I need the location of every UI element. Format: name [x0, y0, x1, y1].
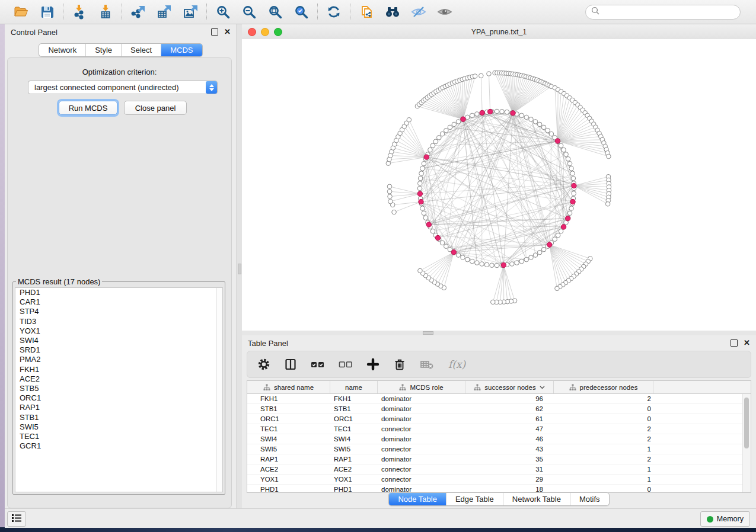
zoom-in-icon[interactable]	[215, 4, 231, 20]
search-input[interactable]	[603, 7, 735, 17]
panel-menu-button[interactable]	[7, 511, 26, 527]
result-list-item[interactable]: SWI5	[15, 422, 222, 432]
result-list-item[interactable]: CAR1	[15, 297, 222, 307]
export-table-icon[interactable]	[156, 4, 173, 20]
export-image-icon[interactable]	[182, 4, 199, 20]
gear-icon[interactable]	[257, 357, 271, 371]
float-table-panel-icon[interactable]	[731, 339, 738, 347]
search-box[interactable]	[585, 5, 741, 20]
tab-mcds[interactable]: MCDS	[161, 44, 202, 56]
memory-status-dot	[707, 516, 713, 523]
optimization-criterion-dropdown[interactable]: largest connected component (undirected)	[28, 81, 218, 94]
tab-select[interactable]: Select	[121, 44, 161, 56]
result-list-item[interactable]: GCR1	[15, 441, 222, 451]
import-network-icon[interactable]	[71, 4, 88, 20]
column-header-successor-nodes[interactable]: successor nodes	[465, 381, 554, 393]
cell-shared-name: SWI5	[247, 444, 330, 454]
select-all-icon[interactable]	[310, 357, 326, 371]
result-list-item[interactable]: PHD1	[15, 288, 222, 297]
cell-successor-nodes: 61	[465, 414, 554, 424]
add-icon[interactable]	[366, 357, 380, 371]
export-network-icon[interactable]	[130, 4, 146, 20]
column-header-MCDS-role[interactable]: MCDS role	[378, 381, 465, 393]
table-row[interactable]: ORC1ORC1dominator610	[247, 414, 751, 424]
zoom-out-icon[interactable]	[241, 4, 257, 20]
deselect-all-icon[interactable]	[338, 357, 353, 371]
table-row[interactable]: RAP1RAP1dominator352	[247, 454, 751, 464]
float-panel-icon[interactable]	[211, 28, 218, 36]
open-folder-icon[interactable]	[12, 4, 29, 20]
cell-predecessor-nodes: 1	[554, 444, 653, 454]
table-scrollbar-thumb[interactable]	[744, 398, 749, 448]
cell-predecessor-nodes: 2	[554, 454, 653, 464]
table-header-row: shared namenameMCDS rolesuccessor nodesp…	[247, 381, 751, 394]
column-header-predecessor-nodes[interactable]: predecessor nodes	[554, 381, 653, 393]
horizontal-splitter-handle[interactable]	[423, 331, 433, 335]
table-row[interactable]: SWI5SWI5connector431	[247, 444, 751, 454]
save-icon[interactable]	[39, 4, 55, 20]
result-list-item[interactable]: SRD1	[15, 345, 222, 355]
cell-predecessor-nodes: 2	[554, 394, 653, 403]
column-header-name[interactable]: name	[330, 381, 378, 393]
result-list-item[interactable]: FKH1	[15, 365, 222, 374]
network-canvas[interactable]	[242, 39, 756, 331]
cell-shared-name: TEC1	[247, 424, 330, 434]
result-list-scrollbar[interactable]	[216, 288, 222, 492]
cell-shared-name: YOX1	[247, 475, 330, 484]
node-table: shared namenameMCDS rolesuccessor nodesp…	[247, 380, 751, 493]
result-list-item[interactable]: ACE2	[15, 374, 222, 384]
run-mcds-button[interactable]: Run MCDS	[59, 101, 117, 115]
table-tab-node-table[interactable]: Node Table	[389, 493, 446, 505]
close-panel-icon[interactable]: ✕	[224, 29, 231, 35]
import-table-icon[interactable]	[97, 4, 114, 20]
table-scrollbar[interactable]	[742, 394, 751, 492]
cell-MCDS-role: connector	[378, 475, 465, 484]
mcds-result-list[interactable]: PHD1CAR1STP4TID3YOX1SWI4SRD1PMA2FKH1ACE2…	[15, 287, 223, 492]
table-tab-motifs[interactable]: Motifs	[570, 493, 609, 505]
column-header-shared-name[interactable]: shared name	[247, 381, 330, 393]
dropdown-selected-value: largest connected component (undirected)	[34, 83, 179, 92]
zoom-fit-icon[interactable]	[267, 4, 283, 20]
list-icon	[11, 513, 22, 525]
tab-style[interactable]: Style	[85, 44, 121, 56]
table-row[interactable]: ACE2ACE2connector311	[247, 464, 751, 475]
result-list-item[interactable]: STP4	[15, 307, 222, 316]
eye-slash-icon[interactable]	[410, 4, 427, 20]
table-row[interactable]: YOX1YOX1connector291	[247, 475, 751, 485]
cell-name: ORC1	[330, 414, 378, 424]
delete-icon[interactable]	[393, 357, 407, 371]
zoom-selected-icon[interactable]	[293, 4, 310, 20]
table-row[interactable]: TEC1TEC1connector472	[247, 424, 751, 434]
dropdown-stepper-icon	[206, 81, 217, 94]
close-panel-button[interactable]: Close panel	[124, 101, 187, 115]
result-list-item[interactable]: YOX1	[15, 326, 222, 336]
columns-icon[interactable]	[283, 357, 298, 371]
result-list-item[interactable]: PMA2	[15, 355, 222, 364]
table-row[interactable]: FKH1FKH1dominator962	[247, 394, 751, 404]
result-list-item[interactable]: STB1	[15, 413, 222, 422]
tab-network[interactable]: Network	[39, 44, 85, 56]
cell-successor-nodes: 18	[465, 485, 554, 493]
result-list-item[interactable]: TEC1	[15, 432, 222, 441]
eye-icon[interactable]	[436, 4, 453, 20]
table-toolbar: f(x)	[247, 351, 751, 378]
result-list-item[interactable]: STB5	[15, 384, 222, 393]
table-row[interactable]: SWI4SWI4dominator462	[247, 434, 751, 444]
desktop-wallpaper-bottom	[0, 527, 756, 532]
table-tab-network-table[interactable]: Network Table	[503, 493, 570, 505]
result-list-item[interactable]: RAP1	[15, 403, 222, 412]
vertical-splitter-handle[interactable]	[238, 264, 241, 274]
close-table-panel-icon[interactable]: ✕	[744, 340, 750, 346]
table-row[interactable]: PHD1PHD1dominator180	[247, 485, 751, 493]
result-list-item[interactable]: SWI4	[15, 336, 222, 345]
result-list-item[interactable]: TID3	[15, 317, 222, 326]
table-tab-edge-table[interactable]: Edge Table	[446, 493, 503, 505]
table-row[interactable]: STB1STB1dominator620	[247, 404, 751, 414]
clone-network-icon[interactable]	[358, 4, 375, 20]
refresh-icon[interactable]	[326, 4, 342, 20]
result-list-item[interactable]: ORC1	[15, 393, 222, 403]
memory-button[interactable]: Memory	[700, 511, 750, 527]
cell-successor-nodes: 35	[465, 454, 554, 464]
binoculars-icon[interactable]	[384, 4, 401, 20]
horizontal-splitter[interactable]	[242, 331, 756, 335]
